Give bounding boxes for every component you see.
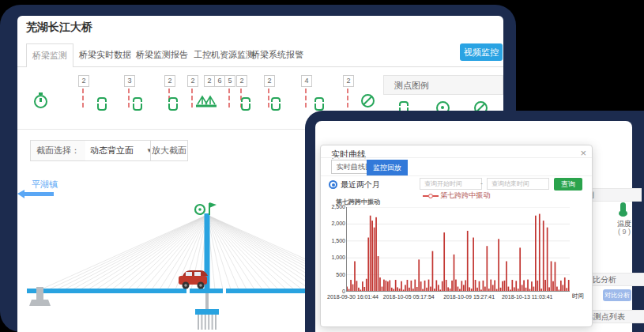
tab-1[interactable]: 桥梁实时数据 <box>79 49 131 61</box>
sensor-dropline <box>82 89 84 108</box>
chart-bar <box>504 281 506 292</box>
sensor-count-badge: 2 <box>264 75 275 87</box>
stopwatch-icon[interactable] <box>34 95 47 108</box>
chart-bar <box>461 281 462 292</box>
chart-bar <box>463 285 465 292</box>
chart-bar <box>486 246 488 292</box>
compare-analysis-button[interactable]: 对比分析 <box>603 289 631 301</box>
chart-bar <box>354 261 356 292</box>
dialog-title: 实时曲线 <box>331 149 366 160</box>
chart-bar <box>454 255 455 292</box>
sensor-count-badge: 3 <box>124 75 135 87</box>
bridge-sensor-icon[interactable] <box>196 92 217 109</box>
legend-marker-icon <box>433 195 439 197</box>
chart-bar <box>395 280 397 292</box>
y-axis-tick: 500 <box>323 272 345 277</box>
chart-bar <box>522 285 523 292</box>
chart-bar <box>420 281 422 292</box>
chain-link-icon[interactable] <box>271 97 281 111</box>
realtime-curve-dialog: 实时曲线 × 实时曲线图 监控回放 最近两个月 - 查询 第七跨跨中振动 第七跨… <box>320 145 593 327</box>
date-range-separator: - <box>480 179 483 187</box>
modal-window: 测点图例 温度 ( 9 ) 对比分析 对比分析 已选测点列表 实时曲线 × 实时… <box>315 121 632 332</box>
chart-bar <box>506 261 507 292</box>
tab-monitor-playback[interactable]: 监控回放 <box>367 160 408 175</box>
chart-bar <box>411 281 412 292</box>
tab-bridge-monitor[interactable]: 桥梁监测 <box>26 43 73 67</box>
chart-bar <box>418 259 420 292</box>
y-axis-tick: 1,000 <box>323 255 345 260</box>
chart-bar <box>352 285 354 292</box>
chart-bar <box>366 279 367 292</box>
chain-link-icon[interactable] <box>133 97 142 111</box>
chart-bar <box>544 280 546 292</box>
chart-bar <box>562 285 563 292</box>
chart-bar <box>451 281 453 292</box>
tab-4[interactable]: 桥梁系统报警 <box>251 49 303 61</box>
chain-link-icon[interactable] <box>168 97 178 111</box>
sensor-dropline <box>228 89 230 108</box>
page-title: 芜湖长江大桥 <box>26 21 92 35</box>
chart-bar <box>560 281 562 292</box>
sensor-count-badge: 6 <box>214 75 225 87</box>
chart-bar <box>547 228 548 292</box>
x-axis-tick: 2018-09-30 16:01:44 <box>327 294 378 300</box>
chain-link-icon[interactable] <box>314 97 324 111</box>
chart-bar <box>475 280 476 292</box>
thermometer-icon[interactable] <box>620 202 626 213</box>
chart-bar <box>564 277 566 292</box>
chart-bar <box>442 281 443 292</box>
point-legend-header: 测点图例 <box>383 75 503 95</box>
chart-bar <box>446 280 447 292</box>
sensor-count-badge: 2 <box>343 75 354 87</box>
enlarge-section-button[interactable]: 放大截面 <box>150 140 188 161</box>
x-axis-tick: 2018-10-13 11:03:41 <box>502 294 552 300</box>
chart-bar <box>502 281 503 292</box>
section-select-value[interactable]: 动态背立面 <box>85 145 138 157</box>
section-select-control[interactable]: 截面选择： 动态背立面 ▼ <box>30 140 158 161</box>
sensor-dropline <box>128 89 130 108</box>
sensor-count-badge: 2 <box>78 75 89 87</box>
sensor-count-badge: 2 <box>236 75 247 87</box>
chart-bar <box>523 280 525 292</box>
chart-bar <box>374 228 375 292</box>
chart-bar <box>438 285 439 292</box>
query-end-time-input[interactable] <box>487 178 549 190</box>
chart-bar <box>515 281 517 292</box>
sensor-count-badge: 2 <box>204 75 215 87</box>
x-axis-tick: 2018-10-09 15:27:41 <box>443 294 495 300</box>
radio-last-two-months[interactable] <box>329 180 337 189</box>
sensor-count-badge: 2 <box>164 75 175 87</box>
chart-bar <box>543 221 544 292</box>
chart-bar <box>535 216 537 292</box>
vibration-chart <box>346 207 570 292</box>
query-start-time-input[interactable] <box>420 178 482 190</box>
search-button[interactable]: 查询 <box>554 178 582 191</box>
chart-bar <box>552 281 554 292</box>
chart-bar <box>383 280 385 292</box>
chart-bar <box>492 285 494 292</box>
chart-bar <box>436 280 438 292</box>
chain-link-icon[interactable] <box>241 97 250 111</box>
chart-bar <box>405 285 406 292</box>
chain-link-icon[interactable] <box>97 97 107 111</box>
tab-3[interactable]: 工控机资源监测 <box>194 49 254 61</box>
chart-bar <box>483 281 484 292</box>
no-entry-icon[interactable] <box>361 94 375 108</box>
x-axis-tick: 2018-10-05 05:17:54 <box>383 294 435 300</box>
chart-bar <box>539 214 540 292</box>
chart-bar <box>432 251 434 292</box>
y-axis-tick: 1,500 <box>323 238 345 243</box>
chart-bar <box>494 280 495 292</box>
tab-2[interactable]: 桥梁监测报告 <box>136 49 188 61</box>
dialog-divider <box>321 175 592 176</box>
chart-bar <box>531 281 533 292</box>
sensor-count-badge: 4 <box>301 75 312 87</box>
chart-bar <box>428 280 430 292</box>
chart-bar <box>356 281 358 292</box>
legend-marker-icon <box>423 195 428 197</box>
chart-bar <box>490 280 491 292</box>
chart-bar <box>443 232 445 292</box>
video-monitor-button[interactable]: 视频监控 <box>460 43 503 61</box>
sensor-dropline <box>191 89 193 108</box>
chart-bar <box>371 221 373 292</box>
